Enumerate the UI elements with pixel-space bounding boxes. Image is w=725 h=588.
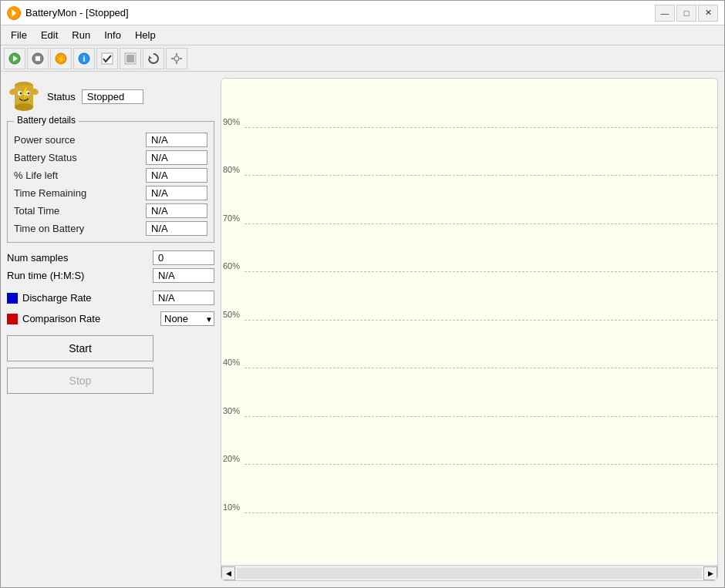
toolbar: ⚡ i (1, 45, 724, 72)
power-source-label: Power source (14, 134, 79, 146)
scrollbar-area: ◀ ▶ (221, 565, 717, 580)
svg-rect-14 (176, 62, 177, 64)
time-remaining-row: Time Remaining N/A (14, 186, 207, 200)
comparison-rate-label: Comparison Rate (22, 313, 156, 324)
menu-info[interactable]: Info (97, 26, 128, 44)
toolbar-info-btn[interactable]: i (73, 48, 95, 69)
toolbar-start-btn[interactable] (4, 48, 25, 69)
toolbar-btn3[interactable]: ⚡ (50, 48, 72, 69)
svg-rect-28 (7, 314, 18, 324)
grid-line-30: 30% (244, 416, 717, 417)
scroll-right-button[interactable]: ▶ (703, 566, 717, 580)
time-remaining-label: Time Remaining (14, 187, 91, 199)
time-on-battery-row: Time on Battery N/A (14, 221, 207, 236)
toolbar-check-btn[interactable] (96, 48, 118, 69)
app-icon (7, 79, 41, 113)
svg-rect-13 (176, 53, 177, 55)
status-value: Stopped (82, 89, 143, 104)
life-left-row: % Life left N/A (14, 168, 207, 183)
battery-status-value: N/A (146, 150, 207, 165)
num-samples-label: Num samples (7, 252, 68, 264)
grid-label-60: 60% (223, 261, 240, 270)
svg-point-25 (28, 92, 30, 95)
grid-label-10: 10% (223, 502, 240, 512)
total-time-row: Total Time N/A (14, 203, 207, 218)
discharge-rate-label: Discharge Rate (22, 292, 148, 304)
window-title: BatteryMon - [Stopped] (25, 7, 129, 18)
grid-line-80: 80% (244, 175, 717, 176)
main-content: Status Stopped Battery details Power sou… (1, 72, 724, 587)
menu-edit[interactable]: Edit (34, 26, 65, 44)
total-time-value: N/A (146, 203, 207, 218)
num-samples-value: 0 (153, 250, 214, 265)
discharge-rate-row: Discharge Rate N/A (7, 291, 214, 305)
comparison-rate-indicator (7, 314, 18, 324)
grid-line-10: 10% (244, 512, 717, 513)
svg-rect-27 (7, 293, 18, 304)
status-label: Status (47, 91, 76, 102)
power-source-row: Power source N/A (14, 133, 207, 147)
maximize-button[interactable]: □ (676, 5, 696, 22)
menu-bar: File Edit Run Info Help (1, 25, 724, 45)
right-panel: 90%80%70%60%50%40%30%20%10% ◀ ▶ (221, 72, 724, 587)
grid-line-60: 60% (244, 271, 717, 272)
title-bar-controls: — □ ✕ (655, 5, 718, 22)
minimize-button[interactable]: — (655, 5, 675, 22)
toolbar-settings-btn[interactable] (166, 48, 187, 69)
svg-marker-12 (149, 55, 152, 59)
app-icon-title (7, 6, 21, 20)
total-time-label: Total Time (14, 205, 64, 217)
battery-status-row: Battery Status N/A (14, 150, 207, 165)
power-source-value: N/A (146, 133, 207, 147)
grid-label-80: 80% (223, 165, 240, 174)
menu-help[interactable]: Help (128, 26, 163, 44)
comparison-rate-select[interactable]: None 50% 60% 70% 80% 90% (160, 311, 214, 326)
scroll-left-button[interactable]: ◀ (221, 566, 235, 580)
grid-line-40: 40% (244, 368, 717, 368)
start-button[interactable]: Start (7, 335, 153, 361)
run-time-row: Run time (H:M:S) N/A (7, 268, 214, 283)
grid-line-70: 70% (244, 223, 717, 224)
discharge-rate-indicator (7, 293, 18, 304)
chart-area: 90%80%70%60%50%40%30%20%10% ◀ ▶ (221, 78, 718, 581)
battery-details-group: Battery details Power source N/A Battery… (7, 121, 214, 243)
main-window: BatteryMon - [Stopped] — □ ✕ File Edit R… (0, 0, 725, 588)
grid-label-20: 20% (223, 454, 240, 463)
menu-run[interactable]: Run (65, 26, 97, 44)
grid-line-20: 20% (244, 464, 717, 465)
scroll-track[interactable] (237, 568, 702, 579)
svg-rect-16 (180, 58, 182, 59)
run-time-value: N/A (153, 268, 214, 283)
time-on-battery-label: Time on Battery (14, 223, 89, 234)
grid-line-90: 90% (244, 127, 717, 128)
svg-rect-15 (171, 58, 174, 59)
comparison-rate-row: Comparison Rate None 50% 60% 70% 80% 90%… (7, 311, 214, 326)
svg-text:i: i (83, 54, 85, 63)
toolbar-refresh-btn[interactable] (143, 48, 164, 69)
grid-label-40: 40% (223, 358, 240, 367)
svg-point-19 (15, 103, 33, 111)
life-left-label: % Life left (14, 170, 62, 181)
time-on-battery-value: N/A (146, 221, 207, 236)
discharge-rate-value: N/A (153, 291, 214, 305)
svg-rect-4 (35, 56, 40, 61)
action-buttons: Start Stop (7, 335, 214, 394)
svg-point-24 (20, 92, 22, 95)
run-time-label: Run time (H:M:S) (7, 270, 84, 281)
close-button[interactable]: ✕ (698, 5, 718, 22)
status-row: Status Stopped (7, 78, 214, 115)
toolbar-btn6[interactable] (120, 48, 141, 69)
extra-info: Num samples 0 Run time (H:M:S) N/A (7, 249, 214, 284)
grid-label-70: 70% (223, 213, 240, 223)
toolbar-stop-btn[interactable] (27, 48, 49, 69)
svg-text:⚡: ⚡ (56, 54, 66, 64)
stop-button[interactable]: Stop (7, 368, 153, 394)
menu-file[interactable]: File (4, 26, 34, 44)
svg-rect-11 (126, 55, 134, 62)
num-samples-row: Num samples 0 (7, 250, 214, 265)
comparison-rate-select-wrapper: None 50% 60% 70% 80% 90% ▼ (160, 311, 214, 326)
life-left-value: N/A (146, 168, 207, 183)
grid-label-30: 30% (223, 406, 240, 415)
battery-status-label: Battery Status (14, 152, 82, 163)
grid-label-90: 90% (223, 117, 240, 126)
